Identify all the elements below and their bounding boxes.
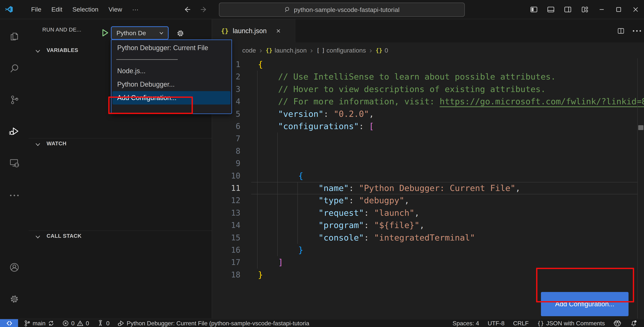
code-line-16: 16 } <box>212 244 644 256</box>
menu-view[interactable]: View <box>104 0 127 19</box>
layout-sidebar-right-button[interactable] <box>559 0 576 19</box>
tab-launch-json[interactable]: {} launch.json <box>212 19 295 42</box>
code-line-8: 8 <box>212 145 644 157</box>
menu-file[interactable]: File <box>26 0 46 19</box>
status-bar-left: main000Python Debugger: Current File (py… <box>0 319 309 327</box>
chevron-down-icon <box>34 48 41 54</box>
section-divider <box>29 138 212 138</box>
dropdown-item-python-debugger[interactable]: Python Debugger... <box>112 78 230 91</box>
customize-layout-button[interactable] <box>576 0 593 19</box>
status-bar-right: Spaces: 4UTF-8CRLF{}JSON with Comments <box>453 319 644 327</box>
section-call-stack[interactable]: CALL STACK <box>46 233 82 239</box>
more-actions-icon[interactable] <box>632 30 642 32</box>
braces-icon: {} <box>376 47 382 54</box>
code-line-3: 3 // Hover to view descriptions of exist… <box>212 83 644 96</box>
section-variables[interactable]: VARIABLES <box>46 47 78 53</box>
debug-configuration-select[interactable]: Python De <box>111 26 169 40</box>
status-git-branch[interactable]: main <box>24 319 54 327</box>
tab-close-icon[interactable] <box>276 28 281 34</box>
dropdown-separator <box>112 54 232 64</box>
menu-[interactable]: ··· <box>127 0 144 19</box>
radio-tower-icon <box>97 320 104 327</box>
breadcrumb-item[interactable]: {}launch.json <box>266 47 307 54</box>
status-indentation[interactable]: Spaces: 4 <box>453 319 479 327</box>
braces-icon: {} <box>266 47 272 54</box>
scrollbar-track[interactable] <box>637 58 638 318</box>
vscode-window: FileEditSelectionView··· python-sample-v… <box>0 0 644 327</box>
debug-start-icon[interactable] <box>100 28 110 38</box>
run-and-debug-icon[interactable] <box>0 120 29 142</box>
source-control-icon[interactable] <box>0 89 29 111</box>
code-line-2: 2 // Use IntelliSense to learn about pos… <box>212 70 644 83</box>
breadcrumb-item[interactable]: [ ]configurations <box>316 47 366 54</box>
editor-actions <box>617 19 642 42</box>
status-text: CRLF <box>513 320 529 327</box>
bell-icon <box>630 320 637 327</box>
dropdown-item-node-js[interactable]: Node.js... <box>112 64 230 78</box>
explorer-icon[interactable] <box>0 26 29 48</box>
more-icon[interactable] <box>0 184 29 207</box>
error-icon <box>62 320 69 327</box>
status-text: main <box>32 320 46 327</box>
add-configuration-button[interactable]: Add Configuration... <box>541 292 628 316</box>
layout-panel-button[interactable] <box>542 0 559 19</box>
status-text: UTF-8 <box>488 320 504 327</box>
account-icon[interactable] <box>0 256 29 278</box>
status-text: 0 <box>106 320 110 327</box>
remote-explorer-icon[interactable] <box>0 152 29 174</box>
nav-back-button[interactable] <box>180 0 194 19</box>
status-ports[interactable]: 0 <box>97 319 110 327</box>
code-line-10: 10 { <box>212 170 644 182</box>
status-text: 0 <box>71 320 74 327</box>
split-editor-icon[interactable] <box>617 27 625 35</box>
code-line-5: 5 "version": "0.2.0", <box>212 108 644 120</box>
brackets-icon: [ ] <box>316 47 324 54</box>
status-copilot[interactable] <box>614 319 621 327</box>
close-button[interactable] <box>627 0 644 19</box>
chevron-down-icon <box>158 30 164 36</box>
command-center-search[interactable]: python-sample-vscode-fastapi-tutorial <box>219 2 465 17</box>
copilot-icon <box>614 320 621 327</box>
status-notifications[interactable] <box>630 319 637 327</box>
breadcrumb-item[interactable]: {}0 <box>376 47 388 54</box>
dropdown-item-add-configuration[interactable]: Add Configuration... <box>112 91 230 104</box>
search-icon[interactable] <box>0 57 29 80</box>
section-watch[interactable]: WATCH <box>46 140 66 147</box>
remote-icon <box>6 320 13 327</box>
vscode-logo-icon <box>5 5 13 14</box>
breadcrumb-separator: › <box>260 46 262 55</box>
layout-sidebar-left-button[interactable] <box>525 0 542 19</box>
command-center-label: python-sample-vscode-fastapi-tutorial <box>294 6 400 14</box>
minimize-button[interactable] <box>593 0 610 19</box>
status-encoding[interactable]: UTF-8 <box>488 319 504 327</box>
debug-icon <box>118 320 124 327</box>
status-debug-status[interactable]: Python Debugger: Current File (python-sa… <box>118 319 309 327</box>
code-line-12: 12 "type": "debugpy", <box>212 194 644 207</box>
status-problems[interactable]: 00 <box>62 319 89 327</box>
code-line-1: 1{ <box>212 58 644 70</box>
warning-icon <box>77 320 84 327</box>
code-line-18: 18} <box>212 269 644 281</box>
status-eol[interactable]: CRLF <box>513 319 529 327</box>
status-text: JSON with Comments <box>546 320 605 327</box>
menu-edit[interactable]: Edit <box>46 0 68 19</box>
menu-selection[interactable]: Selection <box>67 0 104 19</box>
activity-bar <box>0 19 29 318</box>
breadcrumb-item[interactable]: code <box>242 47 256 54</box>
title-bar: FileEditSelectionView··· python-sample-v… <box>0 0 644 19</box>
tab-label: launch.json <box>233 27 267 35</box>
tab-bar: {} launch.json <box>212 19 644 42</box>
status-remote-indicator[interactable] <box>0 319 18 327</box>
chevron-down-icon <box>34 141 41 148</box>
debug-settings-gear-icon[interactable] <box>176 29 185 38</box>
status-text: 0 <box>86 320 89 327</box>
code-editor[interactable]: 1{2 // Use IntelliSense to learn about p… <box>212 58 644 318</box>
sidebar-title: RUN AND DE... <box>42 27 82 33</box>
status-text: Spaces: 4 <box>453 320 479 327</box>
settings-gear-icon[interactable] <box>0 288 29 310</box>
maximize-button[interactable] <box>610 0 627 19</box>
nav-forward-button[interactable] <box>198 0 210 19</box>
status-language-mode[interactable]: {}JSON with Comments <box>537 319 605 327</box>
dropdown-item-python-debugger-current-file[interactable]: Python Debugger: Current File <box>112 41 230 54</box>
chevron-down-icon <box>34 233 41 240</box>
